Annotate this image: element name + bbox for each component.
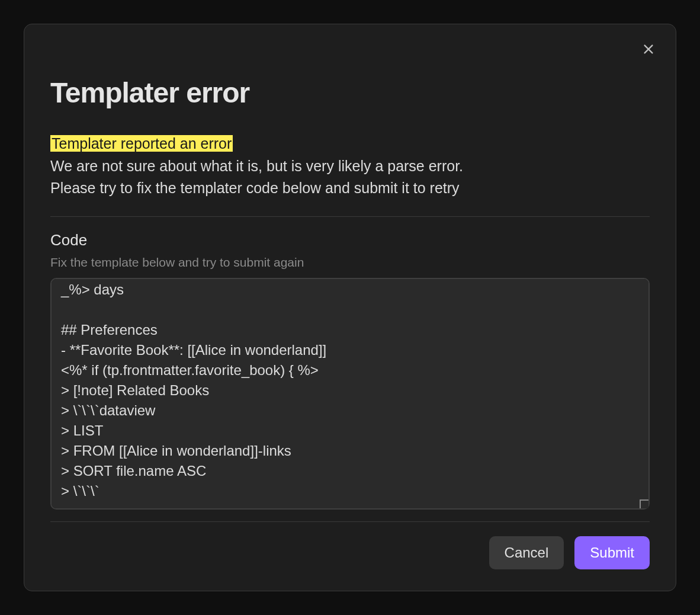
error-highlight: Templater reported an error	[50, 135, 233, 152]
code-section-label: Code	[50, 231, 650, 249]
error-modal: Templater error Templater reported an er…	[24, 24, 676, 591]
modal-footer: Cancel Submit	[50, 536, 650, 569]
divider-bottom	[50, 521, 650, 522]
description-line-2: We are not sure about what it is, but is…	[50, 158, 463, 174]
close-button[interactable]	[638, 39, 659, 60]
close-icon	[642, 43, 655, 56]
divider-top	[50, 216, 650, 217]
cancel-button[interactable]: Cancel	[489, 536, 564, 569]
submit-button[interactable]: Submit	[574, 536, 650, 569]
modal-title: Templater error	[50, 76, 650, 109]
code-section-sublabel: Fix the template below and try to submit…	[50, 255, 650, 270]
description-line-3: Please try to fix the templater code bel…	[50, 180, 460, 196]
template-code-input[interactable]	[50, 278, 650, 510]
modal-description: Templater reported an error We are not s…	[50, 133, 650, 200]
